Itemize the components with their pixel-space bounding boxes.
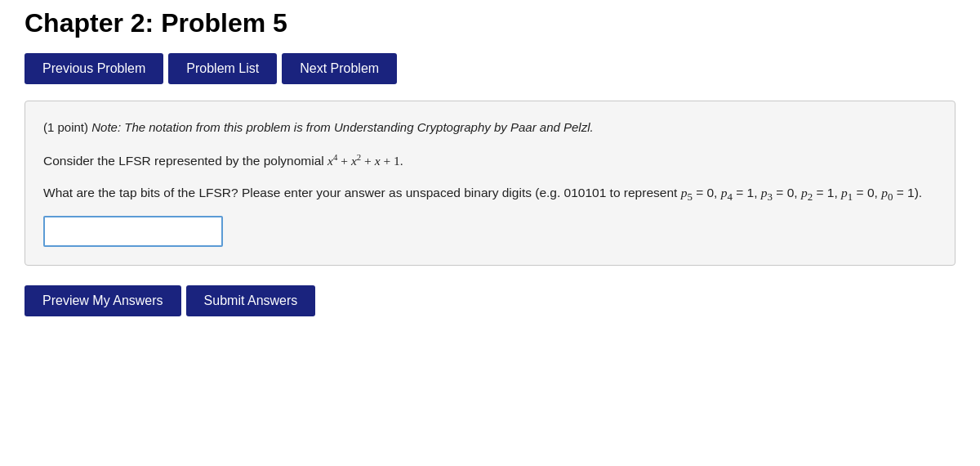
polynomial-expression: x4 + x2 + x + 1. bbox=[327, 154, 403, 168]
problem-points: (1 point) bbox=[43, 120, 88, 134]
problem-box: (1 point) Note: The notation from this p… bbox=[24, 101, 956, 266]
bottom-buttons: Preview My Answers Submit Answers bbox=[24, 285, 956, 316]
problem-list-button[interactable]: Problem List bbox=[168, 53, 277, 84]
problem-main-text: Consider the LFSR represented by the pol… bbox=[43, 150, 937, 172]
submit-answers-button[interactable]: Submit Answers bbox=[186, 285, 316, 316]
preview-answers-button[interactable]: Preview My Answers bbox=[24, 285, 181, 316]
problem-question-text: What are the tap bits of the LFSR? Pleas… bbox=[43, 183, 937, 206]
previous-problem-button[interactable]: Previous Problem bbox=[24, 53, 163, 84]
problem-note: (1 point) Note: The notation from this p… bbox=[43, 118, 937, 137]
problem-note-italic: Note: The notation from this problem is … bbox=[91, 120, 593, 134]
answer-input[interactable] bbox=[43, 216, 223, 247]
nav-buttons: Previous Problem Problem List Next Probl… bbox=[24, 53, 956, 84]
next-problem-button[interactable]: Next Problem bbox=[282, 53, 397, 84]
page-title: Chapter 2: Problem 5 bbox=[24, 8, 956, 38]
